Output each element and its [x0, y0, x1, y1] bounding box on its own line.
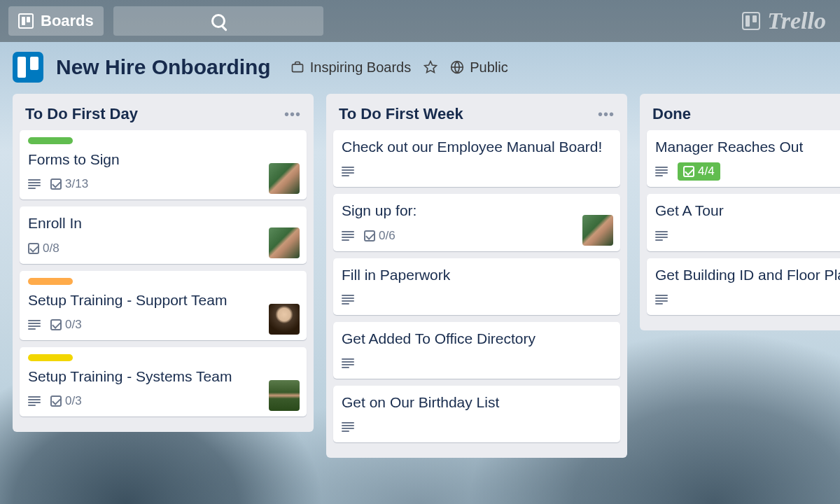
description-icon [655, 167, 668, 176]
list-menu-button[interactable]: ••• [284, 106, 301, 122]
checklist-badge: 0/8 [28, 241, 59, 255]
card[interactable]: Get Added To Office Directory [333, 322, 620, 379]
checklist-badge: 3/13 [50, 177, 88, 191]
list-menu-button[interactable]: ••• [598, 106, 615, 122]
check-icon [683, 166, 694, 177]
search-input[interactable] [113, 6, 323, 36]
card-label [28, 137, 73, 144]
description-icon [342, 358, 354, 368]
svg-rect-0 [292, 64, 302, 72]
boards-icon [18, 13, 34, 29]
card-label [28, 278, 73, 285]
check-icon [28, 243, 39, 254]
description-icon [28, 320, 41, 330]
avatar[interactable] [269, 380, 300, 411]
avatar[interactable] [582, 215, 613, 246]
card-title: Setup Training - Systems Team [28, 367, 298, 386]
card-title: Fill in Paperwork [342, 265, 612, 284]
description-icon [28, 396, 41, 406]
topbar: Boards Trello [0, 0, 840, 42]
search-icon [211, 14, 225, 28]
card-title: Forms to Sign [28, 150, 298, 169]
card[interactable]: Fill in Paperwork [333, 258, 620, 315]
description-icon [655, 295, 668, 304]
card-title: Enroll In [28, 214, 298, 232]
card[interactable]: Get on Our Birthday List [333, 386, 620, 442]
checklist-badge: 0/6 [364, 229, 396, 243]
list-title[interactable]: To Do First Day [25, 105, 138, 123]
card[interactable]: Sign up for: 0/6 [333, 194, 620, 251]
board-logo-icon [13, 52, 43, 83]
org-label: Inspiring Boards [310, 59, 412, 76]
visibility-label: Public [470, 59, 507, 76]
trello-icon [742, 12, 760, 30]
checklist-badge: 0/3 [50, 318, 82, 332]
avatar[interactable] [269, 227, 300, 258]
avatar[interactable] [269, 163, 300, 194]
brand-text: Trello [767, 8, 826, 34]
list-todo-first-day: To Do First Day ••• Forms to Sign 3/13 E… [13, 94, 314, 432]
star-icon [424, 60, 438, 74]
check-icon [364, 230, 375, 241]
description-icon [28, 179, 41, 189]
card-title: Get on Our Birthday List [342, 393, 612, 412]
globe-icon [450, 60, 464, 74]
description-icon [342, 167, 354, 176]
boards-label: Boards [41, 12, 94, 30]
avatar[interactable] [269, 304, 300, 335]
card[interactable]: Get A Tour [647, 194, 840, 251]
card-title: Check out our Employee Manual Board! [342, 137, 612, 156]
check-icon [50, 396, 62, 407]
description-icon [655, 231, 668, 241]
card[interactable]: Get Building ID and Floor Plan [647, 258, 840, 315]
check-icon [50, 178, 62, 190]
card[interactable]: Manager Reaches Out 4/4 [647, 130, 840, 187]
card[interactable]: Forms to Sign 3/13 [20, 130, 307, 200]
description-icon [342, 295, 354, 304]
briefcase-icon [290, 60, 304, 74]
card-title: Get A Tour [655, 201, 840, 220]
card[interactable]: Setup Training - Systems Team 0/3 [20, 347, 307, 416]
card-title: Setup Training - Support Team [28, 290, 298, 309]
list-title[interactable]: To Do First Week [339, 105, 463, 123]
checklist-badge: 0/3 [50, 394, 82, 408]
checklist-badge: 4/4 [678, 162, 720, 181]
card[interactable]: Enroll In 0/8 [20, 206, 307, 263]
org-link[interactable]: Inspiring Boards [290, 59, 412, 76]
card-title: Sign up for: [342, 201, 612, 220]
card[interactable]: Setup Training - Support Team 0/3 [20, 271, 307, 340]
check-icon [50, 319, 62, 330]
visibility-button[interactable]: Public [450, 59, 507, 76]
card-label [28, 354, 73, 361]
description-icon [342, 422, 354, 432]
card[interactable]: Check out our Employee Manual Board! [333, 130, 620, 187]
card-title: Get Added To Office Directory [342, 329, 612, 348]
list-todo-first-week: To Do First Week ••• Check out our Emplo… [326, 94, 627, 458]
brand-logo[interactable]: Trello [742, 8, 832, 34]
board-columns: To Do First Day ••• Forms to Sign 3/13 E… [0, 94, 840, 458]
board-header: New Hire Onboarding Inspiring Boards Pub… [0, 42, 840, 94]
svg-marker-1 [425, 62, 437, 73]
card-title: Get Building ID and Floor Plan [655, 265, 840, 284]
boards-button[interactable]: Boards [8, 6, 104, 36]
star-button[interactable] [424, 60, 438, 74]
list-title[interactable]: Done [652, 105, 691, 123]
description-icon [342, 231, 354, 241]
list-done: Done Manager Reaches Out 4/4 Get A Tour … [640, 94, 840, 330]
board-title[interactable]: New Hire Onboarding [56, 55, 271, 79]
card-title: Manager Reaches Out [655, 137, 840, 156]
